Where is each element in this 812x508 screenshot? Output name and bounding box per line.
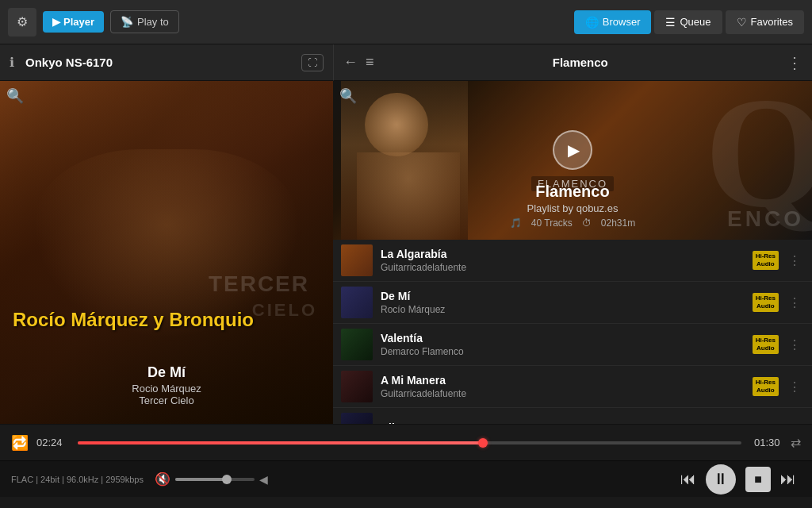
- track-text-0: La AlgarabíaGuitarricadelafuente: [381, 248, 753, 273]
- repeat-button[interactable]: 🔁: [11, 434, 29, 452]
- playlist-by: Playlist by qobuz.es: [333, 202, 812, 214]
- progress-fill: [78, 441, 483, 444]
- track-item-0[interactable]: La AlgarabíaGuitarricadelafuenteHi-ResAu…: [333, 240, 812, 282]
- hero-info: Flamenco Playlist by qobuz.es 🎵 40 Track…: [333, 183, 812, 229]
- time-current: 02:24: [36, 437, 65, 448]
- pause-icon: ⏸: [713, 470, 729, 488]
- browser-title: Flamenco: [374, 56, 787, 69]
- track-artist-0: Guitarricadelafuente: [381, 262, 753, 273]
- playlist-meta: 🎵 40 Tracks ⏱ 02h31m: [333, 217, 812, 229]
- tracks-count-icon: 🎵: [510, 217, 522, 229]
- stop-button[interactable]: ■: [745, 467, 771, 492]
- track-artist-1: Rocío Márquez: [381, 304, 753, 315]
- play-to-button[interactable]: 📡 Play to: [110, 10, 179, 33]
- hires-badge-2: Hi-ResAudio: [753, 335, 779, 353]
- header-row: ℹ Onkyo NS-6170 ⛶ ← ≡ Flamenco ⋮: [0, 44, 812, 81]
- track-text-2: ValentíaDemarco Flamenco: [381, 332, 753, 357]
- play-icon: ▶: [52, 16, 60, 28]
- settings-button[interactable]: ⚙: [8, 8, 36, 37]
- hires-badge-1: Hi-ResAudio: [753, 293, 779, 311]
- hires-badge-0: Hi-ResAudio: [753, 251, 779, 269]
- track-item-3[interactable]: A Mi ManeraGuitarricadelafuenteHi-ResAud…: [333, 366, 812, 408]
- track-thumb-1: [341, 287, 373, 318]
- queue-tab-button[interactable]: ☰ Queue: [654, 10, 722, 34]
- playlist-tracks: 40 Tracks: [531, 217, 573, 229]
- track-name-0: La Algarabía: [381, 248, 753, 260]
- queue-icon: ☰: [665, 16, 676, 29]
- album-title: Rocío Márquez y Bronquio: [13, 309, 320, 411]
- track-thumb-3: [341, 371, 373, 402]
- play-to-label: Play to: [137, 16, 169, 28]
- favorites-tab-button[interactable]: ♡ Favorites: [726, 10, 804, 34]
- shuffle-button[interactable]: ⇄: [791, 435, 801, 450]
- track-item-4[interactable]: Alba⋮: [333, 408, 812, 424]
- right-panel: Q ENCO ▶ FLAMENCO 🔍 Flamenco Playlist by…: [333, 81, 812, 424]
- main-content: Rocío Márquez y Bronquio TERCER CIELO 🔍 …: [0, 81, 812, 424]
- browser-label: Browser: [603, 16, 641, 28]
- track-name-4: Alba: [381, 421, 785, 424]
- track-artist-2: Demarco Flamenco: [381, 346, 753, 357]
- track-thumb-0: [341, 244, 373, 276]
- info-icon[interactable]: ℹ: [10, 55, 14, 70]
- track-item-2[interactable]: ValentíaDemarco FlamencoHi-ResAudio⋮: [333, 324, 812, 366]
- pause-button[interactable]: ⏸: [706, 464, 736, 495]
- device-header: ℹ Onkyo NS-6170 ⛶: [0, 44, 333, 81]
- volume-track[interactable]: [175, 478, 255, 481]
- track-artist-3: Guitarricadelafuente: [381, 388, 753, 399]
- device-name: Onkyo NS-6170: [25, 56, 113, 69]
- progress-bar-row: 🔁 02:24 01:30 ⇄: [0, 424, 812, 460]
- track-text-3: A Mi ManeraGuitarricadelafuente: [381, 374, 753, 399]
- menu-button[interactable]: ≡: [366, 54, 374, 71]
- cast-icon: 📡: [121, 16, 133, 28]
- hero-play-button[interactable]: ▶: [553, 130, 592, 170]
- progress-track[interactable]: [78, 441, 741, 444]
- zoom-hero-icon[interactable]: 🔍: [339, 87, 357, 105]
- prev-track-button[interactable]: ⏮: [680, 470, 696, 488]
- gear-icon: ⚙: [17, 14, 28, 29]
- volume-down-icon[interactable]: ◀: [259, 473, 268, 486]
- favorites-label: Favorites: [751, 16, 793, 28]
- track-name-2: Valentía: [381, 332, 753, 344]
- player-button[interactable]: ▶ Player: [43, 11, 104, 33]
- hires-badge-3: Hi-ResAudio: [753, 377, 779, 395]
- track-more-button-2[interactable]: ⋮: [785, 337, 804, 352]
- queue-label: Queue: [680, 16, 710, 28]
- track-name-3: A Mi Manera: [381, 374, 753, 387]
- track-more-button-1[interactable]: ⋮: [785, 295, 804, 310]
- audio-info: FLAC | 24bit | 96.0kHz | 2959kbps: [11, 475, 144, 484]
- browser-nav-header: ← ≡ Flamenco ⋮: [333, 44, 812, 81]
- track-thumb-2: [341, 329, 373, 360]
- zoom-left-icon[interactable]: 🔍: [6, 87, 24, 105]
- mute-button[interactable]: 🔇: [155, 471, 170, 487]
- browser-tab-button[interactable]: 🌐 Browser: [574, 10, 652, 34]
- time-end: 01:30: [754, 437, 783, 448]
- track-more-button-0[interactable]: ⋮: [785, 253, 804, 268]
- track-list: La AlgarabíaGuitarricadelafuenteHi-ResAu…: [333, 240, 812, 424]
- hero-background: Q ENCO ▶ FLAMENCO 🔍 Flamenco Playlist by…: [333, 81, 812, 240]
- duration-icon: ⏱: [582, 217, 592, 229]
- track-more-button-4[interactable]: ⋮: [785, 421, 804, 425]
- hero-play-icon: ▶: [568, 140, 580, 160]
- playlist-hero: Q ENCO ▶ FLAMENCO 🔍 Flamenco Playlist by…: [333, 81, 812, 240]
- next-track-button[interactable]: ⏭: [780, 470, 796, 488]
- album-art: Rocío Márquez y Bronquio TERCER CIELO 🔍 …: [0, 81, 333, 424]
- playlist-duration: 02h31m: [601, 217, 635, 229]
- left-panel: Rocío Márquez y Bronquio TERCER CIELO 🔍 …: [0, 81, 333, 424]
- volume-thumb: [222, 475, 232, 484]
- track-name-1: De Mí: [381, 290, 753, 302]
- progress-thumb: [478, 438, 488, 448]
- browser-icon: 🌐: [585, 16, 599, 29]
- more-button[interactable]: ⋮: [787, 53, 802, 72]
- player-label: Player: [63, 16, 94, 28]
- track-more-button-3[interactable]: ⋮: [785, 379, 804, 394]
- top-right-buttons: 🌐 Browser ☰ Queue ♡ Favorites: [574, 10, 804, 34]
- track-thumb-4: [341, 413, 373, 424]
- stop-icon: ■: [754, 472, 762, 487]
- fullscreen-button[interactable]: ⛶: [301, 54, 324, 71]
- track-text-4: Alba: [381, 421, 785, 424]
- track-item-1[interactable]: De MíRocío MárquezHi-ResAudio⋮: [333, 282, 812, 324]
- track-text-1: De MíRocío Márquez: [381, 290, 753, 315]
- top-bar: ⚙ ▶ Player 📡 Play to 🌐 Browser ☰ Queue ♡…: [0, 0, 812, 44]
- back-button[interactable]: ←: [343, 54, 358, 71]
- art-tercer: TERCER: [209, 271, 309, 297]
